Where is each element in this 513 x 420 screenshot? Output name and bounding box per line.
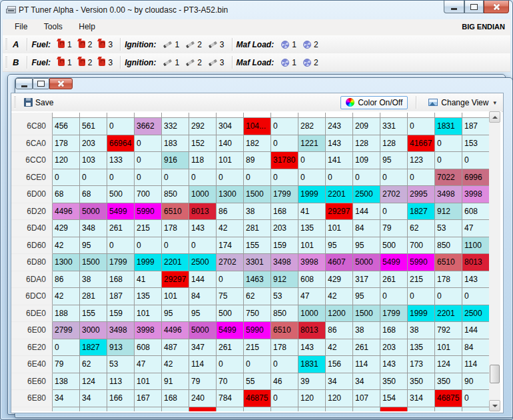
grid-cell[interactable]: 152 (189, 135, 217, 153)
grid-cell[interactable]: 281 (244, 220, 271, 237)
grid-cell[interactable]: 0 (380, 203, 408, 221)
grid-cell[interactable]: 209 (353, 118, 380, 135)
grid-cell[interactable]: 7022 (435, 169, 462, 187)
grid-cell[interactable]: 79 (189, 373, 217, 391)
grid-cell[interactable]: 38 (408, 322, 435, 339)
grid-cell[interactable]: 53 (271, 288, 298, 305)
grid-cell[interactable]: 2995 (408, 186, 435, 203)
grid-cell[interactable]: 178 (435, 271, 462, 289)
grid-cell[interactable]: 34 (326, 373, 353, 391)
grid-cell[interactable] (135, 113, 162, 118)
grid-cell[interactable]: 0 (462, 152, 490, 169)
grid-cell[interactable]: 155 (80, 305, 107, 323)
grid-cell[interactable] (462, 113, 490, 118)
grid-cell[interactable]: 8013 (298, 322, 326, 339)
grid-cell[interactable]: 215 (244, 339, 271, 357)
grid-cell[interactable]: 700 (135, 186, 162, 203)
scroll-down-button[interactable] (489, 400, 500, 411)
grid-cell[interactable]: 0 (271, 390, 298, 407)
grid-cell[interactable]: 182 (244, 135, 271, 153)
grid-cell[interactable]: 792 (435, 322, 462, 339)
grid-cell[interactable]: 47 (462, 220, 490, 237)
maf-load-1-button[interactable]: 1 (278, 57, 300, 69)
maf-load-2-button[interactable]: 2 (300, 39, 322, 51)
grid-cell[interactable]: 95 (80, 237, 107, 255)
grid-cell[interactable]: 41 (135, 271, 162, 289)
grid-cell[interactable] (217, 407, 244, 412)
grid-cell[interactable] (162, 113, 189, 118)
grid-cell[interactable]: 0 (353, 169, 380, 187)
grid-cell[interactable]: 500 (217, 305, 244, 323)
grid-cell[interactable] (162, 407, 189, 412)
grid-cell[interactable]: 0 (435, 288, 462, 305)
grid-cell[interactable]: 144 (189, 271, 217, 289)
grid-cell[interactable] (107, 113, 135, 118)
vertical-scrollbar[interactable] (489, 111, 500, 411)
grid-cell[interactable]: 113 (107, 373, 135, 391)
grid-cell[interactable] (380, 407, 408, 412)
grid-cell[interactable]: 0 (217, 271, 244, 289)
grid-cell[interactable]: 101 (326, 220, 353, 237)
grid-cell[interactable]: 2799 (53, 322, 80, 339)
scrollbar-thumb[interactable] (490, 365, 500, 383)
grid-cell[interactable]: 53 (107, 356, 135, 373)
ignition-3-button[interactable]: 3 (205, 39, 228, 51)
grid-cell[interactable]: 39 (298, 373, 326, 391)
grid-cell[interactable]: 0 (271, 135, 298, 153)
grid-cell[interactable]: 95 (189, 305, 217, 323)
grid-cell[interactable]: 168 (380, 322, 408, 339)
minimize-button[interactable] (444, 1, 464, 13)
grid-cell[interactable]: 4607 (326, 254, 353, 271)
scroll-up-button[interactable] (489, 111, 500, 123)
grid-cell[interactable]: 5499 (107, 203, 135, 221)
grid-cell[interactable]: 0 (380, 169, 408, 187)
grid-cell[interactable]: 317 (353, 271, 380, 289)
grid-cell[interactable]: 114 (353, 356, 380, 373)
grid-cell[interactable]: 42 (217, 220, 244, 237)
grid-cell[interactable]: 0 (107, 237, 135, 255)
grid-cell[interactable]: 5990 (408, 254, 435, 271)
gripper-handle[interactable] (5, 39, 7, 50)
grid-cell[interactable]: 0 (189, 237, 217, 255)
grid-cell[interactable]: 347 (189, 339, 217, 357)
grid-cell[interactable] (326, 113, 353, 118)
grid-cell[interactable]: 350 (435, 373, 462, 391)
grid-cell[interactable]: 0 (135, 135, 162, 153)
grid-cell[interactable]: 173 (408, 356, 435, 373)
grid-cell[interactable]: 2500 (189, 254, 217, 271)
grid-cell[interactable]: 90 (462, 373, 490, 391)
grid-cell[interactable]: 42 (326, 288, 353, 305)
grid-cell[interactable]: 8013 (462, 254, 490, 271)
grid-cell[interactable]: 0 (462, 288, 490, 305)
grid-cell[interactable]: 3998 (298, 254, 326, 271)
grid-cell[interactable]: 784 (217, 390, 244, 407)
grid-cell[interactable]: 34 (53, 390, 80, 407)
grid-cell[interactable]: 84 (189, 288, 217, 305)
grid-cell[interactable]: 155 (244, 237, 271, 255)
grid-cell[interactable]: 6510 (271, 322, 298, 339)
grid-cell[interactable]: 114 (189, 356, 217, 373)
grid-cell[interactable]: 91 (162, 373, 189, 391)
grid-cell[interactable]: 0 (244, 356, 271, 373)
change-view-button[interactable]: Change View ▾ (424, 97, 500, 109)
grid-cell[interactable]: 101 (298, 237, 326, 255)
grid-cell[interactable]: 86 (53, 271, 80, 289)
ignition-1-button[interactable]: 1 (160, 57, 183, 69)
grid-cell[interactable]: 1799 (271, 186, 298, 203)
grid-cell[interactable] (326, 407, 353, 412)
grid-cell[interactable]: 2702 (380, 186, 408, 203)
grid-cell[interactable]: 31780 (271, 152, 298, 169)
grid-cell[interactable]: 62 (244, 288, 271, 305)
child-restore-button[interactable] (33, 78, 49, 89)
grid-cell[interactable]: 101 (135, 305, 162, 323)
grid-cell[interactable]: 608 (462, 203, 490, 221)
grid-cell[interactable]: 46875 (435, 390, 462, 407)
grid-cell[interactable]: 70 (217, 373, 244, 391)
grid-cell[interactable]: 38 (244, 203, 271, 221)
maf-load-1-button[interactable]: 1 (278, 39, 300, 51)
grid-cell[interactable]: 348 (80, 220, 107, 237)
grid-cell[interactable]: 1100 (462, 237, 490, 255)
grid-cell[interactable]: 1831 (298, 356, 326, 373)
grid-cell[interactable]: 167 (135, 390, 162, 407)
grid-cell[interactable]: 128 (380, 135, 408, 153)
